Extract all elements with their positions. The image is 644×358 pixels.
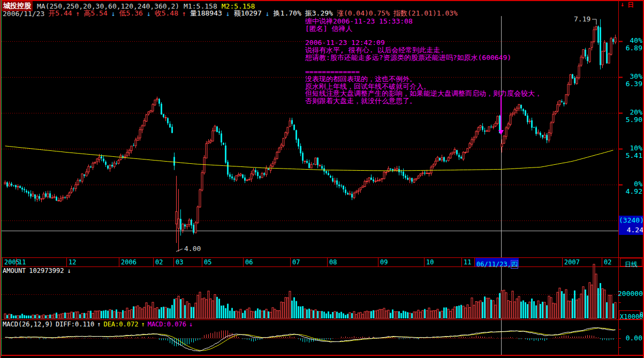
border-bottom <box>0 355 644 356</box>
time-axis-label: 11 <box>18 259 26 265</box>
border-top <box>0 0 644 1</box>
quote-field: 开5.44 <box>48 9 72 18</box>
quote-field: ↑ <box>182 10 186 18</box>
time-axis-label: 11 <box>464 259 471 265</box>
time-axis-label: 09 <box>380 259 388 265</box>
quote-field: 额10297 <box>234 9 262 18</box>
forum-annotation: 缠中说禅2006-11-23 15:33:08[匿名] 信禅人2006-11-2… <box>305 17 542 103</box>
annotation-line: 没表现的都回表现的，这也不例外。 <box>305 74 542 82</box>
highlight-value-2: 4.24 <box>619 226 643 233</box>
current-date-cell: 06/11/23,四 <box>475 258 519 266</box>
price-axis-pct: 10% <box>618 144 642 151</box>
price-highlight-box: (3240) 4.24 <box>619 216 643 235</box>
price-axis-price: 5.90 <box>618 116 642 123</box>
time-axis-label: 2007 <box>564 259 580 265</box>
window-icon[interactable]: 日 <box>627 1 634 10</box>
volume-unit-box: X10000 <box>619 310 640 319</box>
annotation-line: 想请教:股市还能走多远?资源类的股票还能进吗?如原水(600649) <box>305 53 542 60</box>
time-axis-label: 2006 <box>121 259 137 265</box>
quote-field: 低5.36 <box>119 9 143 18</box>
volume-header: AMOUNT 102973992 ↓ <box>3 268 71 274</box>
quote-field: 量188943 <box>190 9 222 18</box>
macd-field: ↓ <box>189 321 193 328</box>
annotation-line: 说得有水平, 很有心. 以后会经常到此走走. <box>305 45 542 53</box>
current-weekday-label: 四 <box>511 261 518 268</box>
price-axis-pct: 30% <box>618 73 642 80</box>
macd-field: MACD:0.076 <box>148 321 186 328</box>
period-button[interactable]: 日线 <box>620 258 642 266</box>
macd-field: MACD(26,12,9) <box>3 321 53 328</box>
low-price-label: 4.00 <box>184 245 201 252</box>
annotation-line: 原水刚上年线，回试年线不破就可介入。 <box>305 82 542 89</box>
left-stripe <box>1 0 2 356</box>
quote-field: ↓ <box>147 10 151 18</box>
quote-field: 收5.48 <box>155 9 178 18</box>
macd-header: MACD(26,12,9)DIFF:0.110↑DEA:0.072↑MACD:0… <box>3 321 195 328</box>
volume-arrow: ↓ <box>67 268 71 274</box>
annotation-line: [匿名] 信禅人 <box>305 24 542 32</box>
time-axis-label: 03 <box>176 259 183 265</box>
annotation-line: ============= <box>305 67 542 75</box>
price-axis-pct: 0% <box>618 180 642 187</box>
time-axis-label: 10 <box>426 259 434 265</box>
time-axis-label: 12 <box>69 259 76 265</box>
quote-field: 高5.54 <box>84 9 107 18</box>
price-axis-price: 4.92 <box>618 188 642 195</box>
high-price-label: 7.19 <box>574 16 590 22</box>
price-axis-pct: 20% <box>618 109 642 116</box>
macd-zero-label: 0.00 <box>618 334 642 341</box>
annotation-line: 但短线注意大盘调整产生的影响，如果能逆大盘调整而启动，则力度会较大， <box>305 89 542 96</box>
period-label: 日线 <box>625 261 638 268</box>
quote-field: ↓ <box>226 10 230 18</box>
quote-field: 换1.70% <box>274 9 301 18</box>
arrow-down-icon[interactable]: ↓ <box>620 1 624 8</box>
macd-field: DEA:0.072 <box>103 321 138 328</box>
price-axis-price: 6.39 <box>618 80 642 87</box>
time-axis-label: 02 <box>155 259 163 265</box>
annotation-line: 缠中说禅2006-11-23 15:33:08 <box>305 17 542 24</box>
annotation-line: 2006-11-23 12:42:09 <box>305 39 542 46</box>
app-window: 城投控股 MA(250,250,20,30,60,120,240,360,2) … <box>0 0 644 358</box>
volume-scale-label: 200000 <box>618 290 642 297</box>
quote-field: ↓ <box>266 10 270 18</box>
time-axis-label: 07 <box>292 259 300 265</box>
time-axis-label: 06 <box>245 259 253 265</box>
time-axis-label: 05 <box>204 259 211 265</box>
quote-field: ↓ <box>111 10 116 18</box>
macd-field: ↑ <box>97 321 101 328</box>
time-axis-label: 02 <box>604 259 611 265</box>
highlight-value-1: (3240) <box>619 217 643 224</box>
current-date-label: 06/11/23, <box>476 261 511 268</box>
price-axis-price: 5.41 <box>618 152 642 159</box>
volume-value: 102973992 <box>29 268 64 274</box>
time-axis-label: 2005 <box>4 259 20 265</box>
macd-field: ↑ <box>141 321 145 328</box>
price-axis-price: 6.89 <box>618 44 642 51</box>
quote-field: ↑ <box>76 10 80 18</box>
price-axis-pct: 40% <box>618 37 642 44</box>
volume-indicator-label: AMOUNT <box>3 268 26 274</box>
macd-field: DIFF:0.110 <box>56 321 94 328</box>
time-axis-label: 08 <box>329 259 337 265</box>
quote-field: 2006/11/23 <box>3 10 44 18</box>
